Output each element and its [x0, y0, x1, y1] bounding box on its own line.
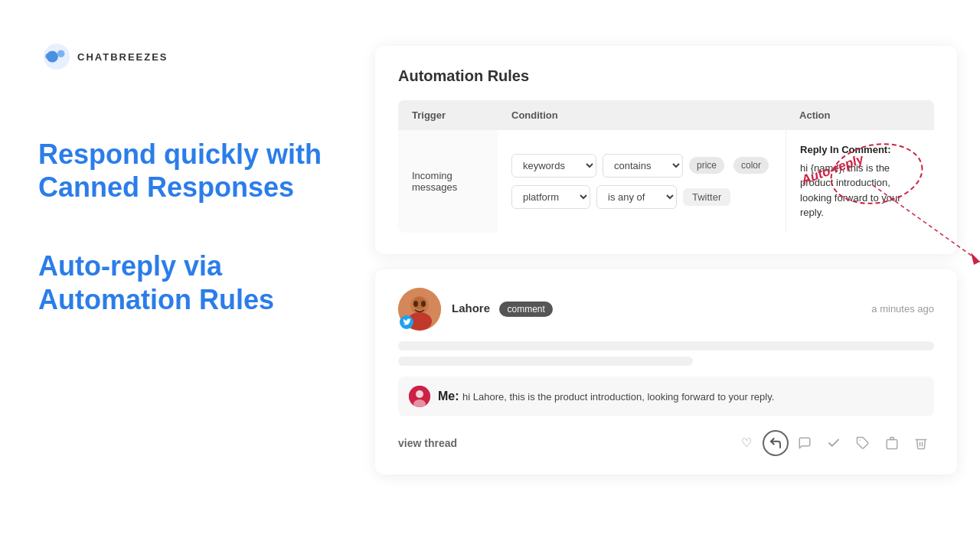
- action-text: Reply In Comment: hi {name}, this is the…: [800, 142, 920, 220]
- svg-marker-5: [971, 253, 980, 265]
- svg-point-13: [416, 390, 423, 398]
- col-condition: Condition: [498, 100, 786, 130]
- action-title: Reply In Comment:: [800, 142, 920, 158]
- logo-area: CHATBREEZES: [42, 42, 168, 71]
- headline-line4: Automation Rules: [38, 283, 329, 316]
- condition-row-1: keywords contains price color: [511, 154, 772, 178]
- twitter-badge: [400, 315, 413, 329]
- automation-title: Automation Rules: [398, 67, 934, 85]
- chat-footer: view thread ♡: [398, 430, 934, 456]
- chat-line-1: [398, 341, 934, 350]
- chat-line-2: [398, 357, 693, 366]
- is-any-of-select[interactable]: is any of: [596, 185, 677, 209]
- chat-header: Lahore comment a minutes ago: [398, 288, 934, 331]
- logo-icon: [42, 42, 71, 71]
- reply-icon[interactable]: [763, 430, 789, 456]
- check-icon[interactable]: [821, 430, 847, 456]
- logo-text: CHATBREEZES: [77, 51, 168, 63]
- heart-icon[interactable]: ♡: [733, 430, 760, 456]
- chat-user-info: Lahore comment: [452, 302, 553, 317]
- trigger-label: Incoming messages: [412, 170, 457, 193]
- action-body: hi {name}, this is the product introduct…: [800, 162, 901, 219]
- chat-reply: Me: hi Lahore, this is the product intro…: [398, 377, 934, 416]
- delete-icon[interactable]: [908, 430, 934, 456]
- reply-avatar: [409, 386, 430, 407]
- tag-icon[interactable]: [850, 430, 876, 456]
- clipboard-icon[interactable]: [879, 430, 905, 456]
- rules-table: Trigger Condition Action Incoming messag…: [398, 100, 934, 233]
- table-row: Incoming messages keywords contains pric…: [398, 130, 934, 233]
- col-trigger: Trigger: [398, 100, 498, 130]
- avatar-wrap: [398, 288, 441, 331]
- headline-line3: Auto-reply via: [38, 249, 329, 282]
- svg-point-10: [413, 297, 426, 309]
- automation-card: Automation Rules Trigger Condition Actio…: [375, 46, 957, 254]
- messenger-icon[interactable]: [792, 430, 818, 456]
- svg-rect-17: [887, 439, 897, 448]
- right-panel: Automation Rules Trigger Condition Actio…: [375, 46, 957, 474]
- condition-row-2: platform is any of Twitter: [511, 185, 772, 209]
- reply-me-label: Me:: [438, 390, 459, 403]
- headline-line1: Respond quickly with: [38, 138, 329, 171]
- chat-card: Auto-reply: [375, 269, 957, 474]
- platform-select[interactable]: platform: [511, 185, 590, 209]
- reply-message: hi Lahore, this is the product introduct…: [462, 391, 774, 403]
- keywords-select[interactable]: keywords: [511, 154, 596, 178]
- chat-time: a minutes ago: [871, 303, 934, 315]
- left-panel: Respond quickly with Canned Responses Au…: [38, 138, 329, 316]
- platform-value: Twitter: [683, 188, 730, 206]
- svg-point-2: [57, 50, 65, 57]
- comment-badge: comment: [499, 302, 552, 317]
- headline-line2: Canned Responses: [38, 171, 329, 204]
- contains-select[interactable]: contains: [603, 154, 683, 178]
- view-thread-link[interactable]: view thread: [398, 437, 457, 449]
- svg-point-1: [47, 51, 58, 62]
- tag-color: color: [733, 157, 769, 174]
- tag-price: price: [689, 157, 724, 174]
- col-action: Action: [786, 100, 934, 130]
- chat-username: Lahore: [452, 302, 490, 315]
- reply-content: Me: hi Lahore, this is the product intro…: [438, 390, 774, 403]
